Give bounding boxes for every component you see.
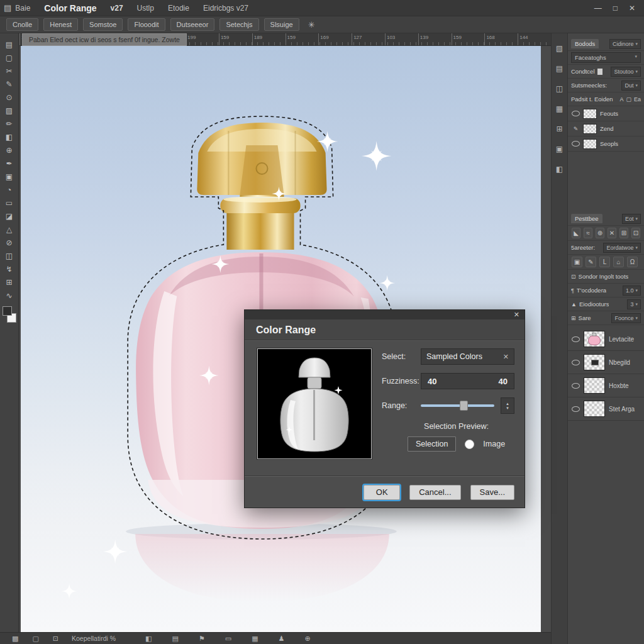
status-icon[interactable]: ▦ [245,635,265,643]
channel-thumbnail[interactable] [583,139,597,149]
channel-row[interactable]: ✎ Zend [568,121,644,136]
layer-thumbnail[interactable] [584,401,605,417]
panel-tool-icon[interactable]: ✕ [608,228,616,238]
layer-thumbnail[interactable] [584,331,605,347]
image-radio[interactable] [465,440,474,449]
options-button[interactable]: Setechjs [219,18,258,31]
panel-dropdown[interactable]: Cidinore [609,39,641,49]
layer-thumbnail[interactable] [584,377,605,394]
dialog-close-icon[interactable]: ✕ [514,310,519,319]
select-dropdown[interactable]: Sampled Colors ✕ [421,348,514,365]
status-icon[interactable]: ⊕ [297,635,317,643]
minimize-icon[interactable]: — [594,4,602,13]
layer-row[interactable]: Levtacite [568,328,644,351]
panel-dropdown[interactable]: 1.0 [623,286,641,296]
status-icon[interactable]: ◧ [138,635,158,643]
text-icon[interactable]: A [619,96,623,103]
channel-row[interactable]: Feouts [568,106,644,121]
cancel-button[interactable]: Cancel... [409,485,460,500]
eye-icon[interactable] [572,360,580,365]
stepper-up-icon[interactable]: ▲ [506,402,509,406]
status-icon[interactable]: ♟ [272,635,292,643]
panel-icon[interactable]: ◧ [553,163,566,175]
panel-tool-icon[interactable]: ◣ [572,228,580,238]
menu-item[interactable]: Etodie [168,4,189,13]
tool-icon[interactable]: ✏ [2,118,17,130]
panel-tool-icon[interactable]: ✎ [586,257,596,267]
menu-item[interactable]: v27 [111,4,123,13]
tool-icon[interactable]: ⊙ [2,91,17,104]
selection-mode-button[interactable]: Selection [408,436,456,452]
gear-icon[interactable]: ✳ [308,20,315,30]
eye-icon[interactable] [572,111,580,116]
panel-icon[interactable]: ⊞ [553,123,566,135]
clear-icon[interactable]: ✕ [503,353,509,361]
fuzziness-input[interactable]: 40 40 [421,373,514,389]
panel-tool-icon[interactable]: L [599,257,610,267]
panel-dropdown[interactable]: Stoutoo [611,67,641,77]
layer-row[interactable]: Nbegild [568,351,644,374]
tool-icon[interactable]: ⊘ [2,236,17,249]
panel-tool-icon[interactable]: ⌂ [613,257,624,267]
menu-item[interactable]: Eidricbgs v27 [203,4,248,13]
tool-icon[interactable]: ▣ [2,170,17,183]
panel-icon[interactable]: ◫ [553,82,566,95]
tool-icon[interactable]: ▤ [2,38,17,51]
tool-icon[interactable]: ▭ [2,197,17,209]
options-button[interactable]: Somstoe [83,18,123,31]
tool-icon[interactable]: ⊞ [2,276,17,289]
tool-icon[interactable]: ◔ [2,184,17,196]
channel-thumbnail[interactable] [583,124,597,134]
layer-row[interactable]: Hoxbte [568,374,644,397]
range-stepper[interactable]: ▲ ▼ [501,397,514,414]
tool-icon[interactable]: ◧ [2,131,17,143]
status-icon[interactable]: ▭ [218,635,238,643]
layer-row[interactable]: Stet Arga [568,397,644,421]
panel-tool-icon[interactable]: ≈ [584,228,592,238]
maximize-icon[interactable]: □ [613,4,618,13]
status-icon[interactable]: ⊡ [46,635,65,643]
range-slider[interactable] [421,401,494,411]
tool-icon[interactable]: ◪ [2,210,17,223]
square-icon[interactable]: ▢ [626,96,631,103]
layer-thumbnail[interactable] [584,354,605,370]
panel-tool-icon[interactable]: Ω [627,257,638,267]
options-button[interactable]: Flooodit [128,18,165,31]
tool-icon[interactable]: ✎ [2,78,17,91]
pen-icon[interactable]: ✎ [572,126,580,132]
panel-tool-icon[interactable]: ⊡ [631,228,640,238]
panel-icon[interactable]: ▦ [553,103,566,115]
options-button[interactable]: Slsuige [264,18,299,31]
foreground-color-swatch[interactable] [3,306,12,316]
zoom-level-text[interactable]: Koepellatirdi % [65,635,122,642]
panel-tool-icon[interactable]: ⊞ [619,228,628,238]
menu-item[interactable]: Ustlp [137,4,154,13]
tool-icon[interactable]: ⊕ [2,144,17,157]
menu-item[interactable]: Baie [15,4,30,13]
close-icon[interactable]: ✕ [629,4,635,13]
panel-dropdown[interactable]: Foonce [611,313,641,323]
tool-icon[interactable]: ◫ [2,250,17,262]
panel-tab[interactable]: Bodods [571,39,599,48]
eye-icon[interactable] [572,336,580,342]
channel-thumbnail[interactable] [583,109,597,119]
menu-item[interactable]: Color Range [44,3,96,13]
selection-preview-thumbnail[interactable] [257,348,372,459]
panel-dropdown[interactable]: 3 [627,299,641,309]
options-button[interactable]: Henest [43,18,78,31]
panel-dropdown[interactable]: Eot [622,214,641,224]
panel-tool-icon[interactable]: ▣ [572,257,582,267]
channel-row[interactable]: Seopls [568,136,644,152]
slider-track[interactable] [421,404,494,407]
tool-icon[interactable]: ↯ [2,263,17,275]
stepper-down-icon[interactable]: ▼ [506,406,509,410]
ea-icon[interactable]: Ea [634,96,641,103]
panel-tool-icon[interactable]: ⊕ [596,228,604,238]
status-icon[interactable]: ▢ [25,635,45,643]
tool-icon[interactable]: △ [2,223,17,236]
status-icon[interactable]: ⚑ [192,635,212,643]
eye-icon[interactable] [572,383,580,389]
options-button[interactable]: Cnolle [6,18,38,31]
panel-dropdown[interactable]: Faceatoghs [571,52,641,63]
tool-icon[interactable]: ✒ [2,157,17,170]
